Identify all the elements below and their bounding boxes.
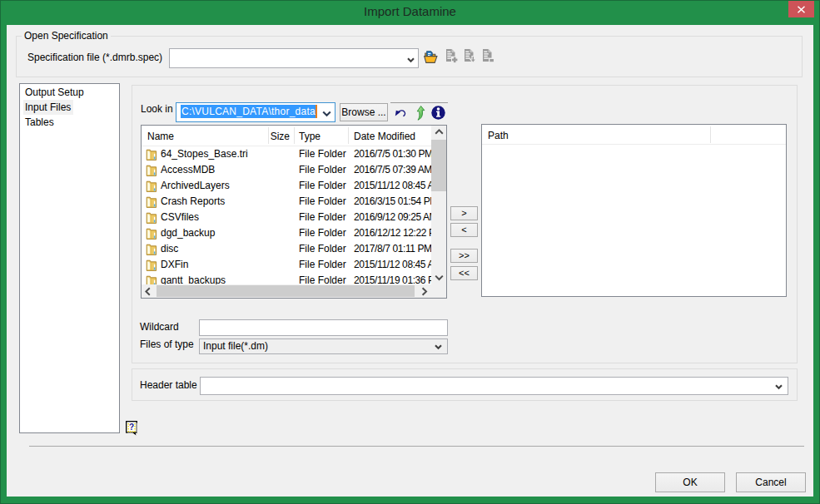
svg-text:?: ? [129, 422, 134, 432]
